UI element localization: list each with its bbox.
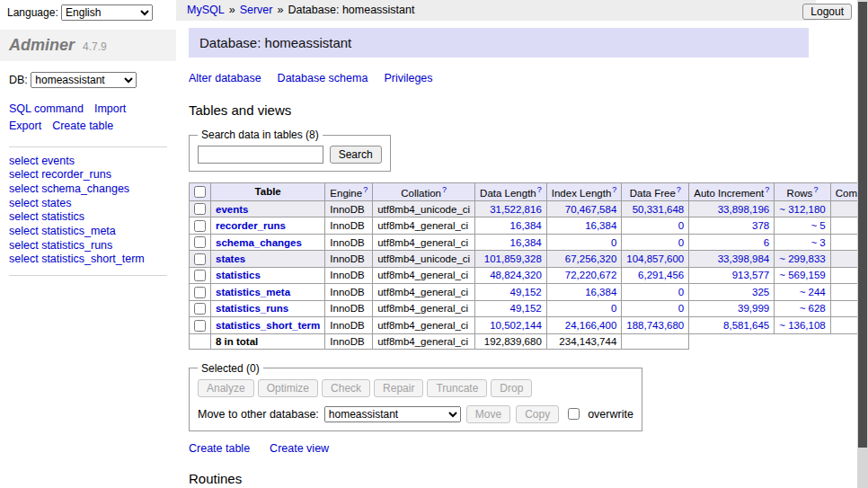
sidebar-link-export[interactable]: Export (9, 118, 41, 135)
table-name-link[interactable]: statistics_runs (216, 303, 288, 314)
repair-button[interactable]: Repair (374, 379, 423, 397)
move-button[interactable]: Move (466, 405, 510, 423)
rows-link[interactable]: ~ 244 (800, 287, 826, 297)
data-length-link[interactable]: 101,859,328 (484, 253, 542, 264)
check-button[interactable]: Check (322, 379, 370, 397)
index-length-link[interactable]: 67,256,320 (565, 253, 617, 264)
index-length-link[interactable]: 24,166,400 (565, 320, 617, 331)
logout-button[interactable]: Logout (802, 4, 852, 20)
data-free-link[interactable]: 0 (678, 237, 684, 248)
data-length-link[interactable]: 16,384 (510, 237, 542, 248)
sidebar-link-create-table[interactable]: Create table (52, 118, 113, 135)
sidebar-select-schema-changes[interactable]: select schema_changes (9, 182, 167, 197)
auto-increment-link[interactable]: 6 (764, 237, 769, 248)
auto-increment-link[interactable]: 33,398,984 (718, 253, 770, 264)
table-name-link[interactable]: statistics_meta (216, 287, 290, 297)
scrollbar[interactable] (857, 0, 868, 488)
database-schema-link[interactable]: Database schema (278, 72, 368, 84)
rows-link[interactable]: ~ 299,833 (779, 253, 825, 264)
sidebar-select-states[interactable]: select states (9, 197, 167, 211)
rows-link[interactable]: ~ 312,180 (779, 204, 825, 215)
row-checkbox[interactable] (194, 320, 206, 332)
row-checkbox[interactable] (194, 270, 206, 281)
rows-link[interactable]: ~ 569,159 (779, 270, 825, 280)
sidebar-select-statistics-runs[interactable]: select statistics_runs (9, 239, 167, 253)
privileges-link[interactable]: Privileges (384, 72, 432, 84)
help-link[interactable]: ? (612, 185, 616, 194)
row-checkbox[interactable] (194, 236, 206, 248)
index-length-link[interactable]: 0 (611, 303, 616, 314)
sidebar-select-statistics[interactable]: select statistics (9, 210, 167, 225)
table-name-link[interactable]: statistics (216, 270, 261, 280)
scrollbar-thumb[interactable] (858, 2, 867, 448)
auto-increment-link[interactable]: 913,577 (732, 270, 770, 280)
drop-button[interactable]: Drop (491, 379, 532, 397)
sidebar-link-sql-command[interactable]: SQL command (9, 101, 84, 118)
data-length-link[interactable]: 31,522,816 (490, 204, 542, 215)
db-select[interactable]: homeassistant (31, 72, 137, 88)
data-free-link[interactable]: 0 (678, 220, 684, 231)
index-length-link[interactable]: 16,384 (585, 287, 616, 297)
auto-increment-link[interactable]: 39,999 (738, 303, 769, 314)
data-length-link[interactable]: 16,384 (510, 220, 542, 231)
index-length-link[interactable]: 16,384 (585, 220, 616, 231)
help-link[interactable]: ? (537, 185, 542, 194)
alter-database-link[interactable]: Alter database (189, 72, 261, 84)
move-db-select[interactable]: homeassistant (324, 406, 461, 422)
optimize-button[interactable]: Optimize (258, 379, 318, 397)
index-length-link[interactable]: 70,467,584 (565, 204, 617, 215)
help-link[interactable]: ? (677, 185, 681, 194)
auto-increment-link[interactable]: 33,898,196 (718, 204, 770, 215)
sidebar-link-import[interactable]: Import (94, 101, 126, 118)
select-all-checkbox[interactable] (194, 186, 206, 198)
rows-link[interactable]: ~ 628 (800, 303, 826, 314)
row-checkbox[interactable] (194, 220, 206, 232)
table-name-link[interactable]: states (216, 253, 245, 264)
help-link[interactable]: ? (765, 185, 769, 194)
sidebar-select-statistics-meta[interactable]: select statistics_meta (9, 225, 167, 239)
overwrite-checkbox[interactable] (568, 408, 580, 420)
index-length-link[interactable]: 0 (611, 237, 616, 248)
row-checkbox[interactable] (194, 303, 206, 315)
rows-link[interactable]: ~ 3 (810, 237, 825, 248)
table-name-link[interactable]: statistics_short_term (216, 320, 320, 331)
sidebar-select-events[interactable]: select events (9, 155, 167, 169)
data-length-link[interactable]: 49,152 (510, 303, 542, 314)
analyze-button[interactable]: Analyze (198, 379, 254, 397)
data-free-link[interactable]: 104,857,600 (626, 253, 684, 264)
create-table-link[interactable]: Create table (189, 442, 250, 455)
sidebar-select-recorder-runs[interactable]: select recorder_runs (9, 168, 167, 182)
row-checkbox[interactable] (194, 253, 206, 265)
table-name-link[interactable]: schema_changes (216, 237, 302, 248)
data-length-link[interactable]: 10,502,144 (490, 320, 542, 331)
search-button[interactable]: Search (330, 146, 382, 164)
index-length-link[interactable]: 72,220,672 (565, 270, 617, 280)
help-link[interactable]: ? (363, 185, 368, 194)
rows-link[interactable]: ~ 136,108 (779, 320, 825, 331)
table-name-link[interactable]: recorder_runs (216, 220, 286, 231)
help-link[interactable]: ? (813, 185, 818, 194)
truncate-button[interactable]: Truncate (427, 379, 487, 397)
auto-increment-link[interactable]: 378 (752, 220, 769, 231)
data-free-link[interactable]: 6,291,456 (638, 270, 684, 280)
data-length-link[interactable]: 48,824,320 (490, 270, 542, 280)
language-select[interactable]: English (61, 4, 153, 21)
breadcrumb-link-mysql[interactable]: MySQL (187, 4, 225, 16)
help-link[interactable]: ? (442, 185, 447, 194)
create-view-link[interactable]: Create view (270, 442, 329, 455)
table-name-link[interactable]: events (216, 204, 248, 215)
copy-button[interactable]: Copy (516, 405, 559, 423)
sidebar-select-statistics-short-term[interactable]: select statistics_short_term (9, 253, 167, 267)
row-checkbox[interactable] (194, 203, 206, 215)
search-input[interactable] (198, 146, 323, 164)
auto-increment-link[interactable]: 8,581,645 (723, 320, 769, 331)
data-free-link[interactable]: 50,331,648 (633, 204, 685, 215)
data-length-link[interactable]: 49,152 (510, 287, 542, 297)
row-checkbox[interactable] (194, 287, 206, 298)
rows-link[interactable]: ~ 5 (810, 220, 825, 231)
data-free-link[interactable]: 0 (678, 287, 684, 297)
breadcrumb-link-server[interactable]: Server (240, 4, 273, 16)
data-free-link[interactable]: 0 (678, 303, 684, 314)
data-free-link[interactable]: 188,743,680 (626, 320, 684, 331)
auto-increment-link[interactable]: 325 (752, 287, 769, 297)
